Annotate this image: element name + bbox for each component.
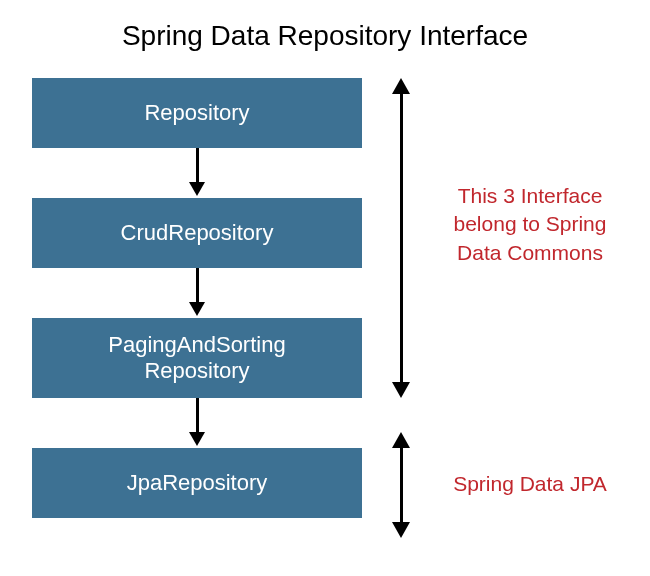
box-jpa-label: JpaRepository: [127, 470, 268, 496]
box-repository: Repository: [32, 78, 362, 148]
annotation-commons-l2: belong to Spring: [454, 212, 607, 235]
box-crud-label: CrudRepository: [121, 220, 274, 246]
box-crud-repository: CrudRepository: [32, 198, 362, 268]
annotation-commons-l1: This 3 Interface: [458, 184, 603, 207]
box-paging-label: PagingAndSorting Repository: [108, 332, 285, 385]
annotation-commons-l3: Data Commons: [457, 241, 603, 264]
box-repository-label: Repository: [144, 100, 249, 126]
box-paging-label-l2: Repository: [144, 358, 249, 383]
diagram-title: Spring Data Repository Interface: [0, 0, 650, 62]
annotation-jpa-text: Spring Data JPA: [453, 472, 607, 495]
annotation-commons: This 3 Interface belong to Spring Data C…: [440, 182, 620, 267]
diagram-stage: Repository CrudRepository PagingAndSorti…: [0, 62, 650, 576]
box-paging-repository: PagingAndSorting Repository: [32, 318, 362, 398]
box-paging-label-l1: PagingAndSorting: [108, 332, 285, 357]
box-jpa-repository: JpaRepository: [32, 448, 362, 518]
annotation-jpa: Spring Data JPA: [440, 470, 620, 498]
